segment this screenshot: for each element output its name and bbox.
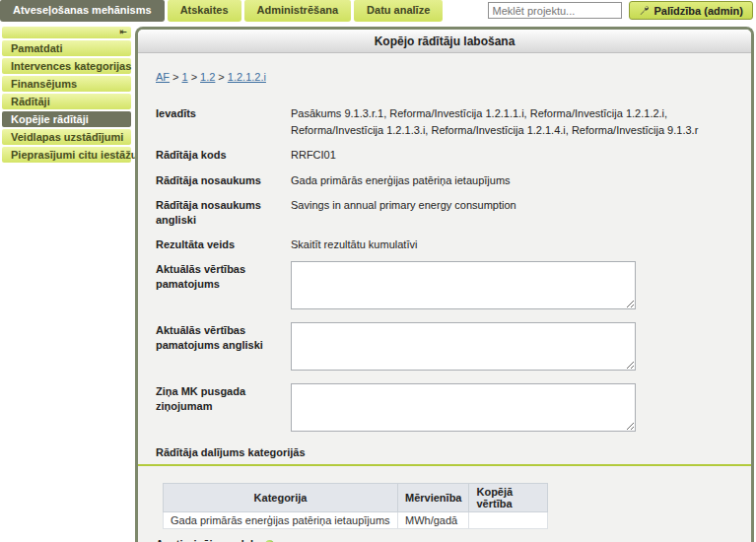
breadcrumb: AF>1>1.2>1.2.1.2.i bbox=[156, 71, 733, 83]
field-label: Aktuālās vērtības pamatojums bbox=[156, 261, 291, 309]
table-header-row: Kategorija Mērvienība Kopējā vērtība bbox=[164, 484, 548, 512]
field-label: Rezultāta veids bbox=[156, 237, 291, 253]
wrench-icon bbox=[639, 5, 650, 16]
breadcrumb-separator: > bbox=[172, 71, 178, 83]
section-divider bbox=[138, 464, 751, 466]
cell-kopeja-vertiba bbox=[469, 512, 548, 529]
field-row-aktualas-vertibas-pamatojums: Aktuālās vērtības pamatojums bbox=[156, 261, 733, 309]
sidebar-item-raditaji[interactable]: Rādītāji bbox=[2, 94, 131, 109]
field-row-ievadits: Ievadīts Pasākums 9.1.3.r.1, Reforma/Inv… bbox=[156, 105, 733, 138]
sidebar-collapse-bar[interactable]: ⇤ bbox=[2, 27, 131, 38]
field-value: Skaitīt rezultātu kumulatīvi bbox=[291, 237, 417, 253]
categories-table: Kategorija Mērvienība Kopējā vērtība Gad… bbox=[163, 483, 548, 529]
field-label: Rādītāja kods bbox=[156, 147, 291, 164]
aktualas-vertibas-pamatojums-angliski-textarea[interactable] bbox=[291, 322, 636, 371]
field-value: RRFCI01 bbox=[291, 147, 336, 164]
breadcrumb-link-1[interactable]: 1 bbox=[182, 71, 188, 83]
field-value: Savings in annual primary energy consump… bbox=[291, 197, 516, 228]
field-label: Rādītāja nosaukums bbox=[156, 172, 291, 189]
main-panel: Kopējo rādītāju labošana AF>1>1.2>1.2.1.… bbox=[135, 27, 754, 542]
column-header-kopeja-vertiba: Kopējā vērtība bbox=[469, 484, 548, 512]
collapse-left-icon: ⇤ bbox=[119, 27, 127, 36]
help-button[interactable]: Palīdzība (admin) bbox=[629, 1, 753, 20]
field-row-raditaja-nosaukums-angliski: Rādītāja nosaukums angliski Savings in a… bbox=[156, 197, 733, 228]
tab-atveselosanas-mehanisms[interactable]: Atveseļošanas mehānisms bbox=[0, 0, 165, 22]
breadcrumb-separator: > bbox=[218, 71, 224, 83]
tab-atskaites[interactable]: Atskaites bbox=[168, 0, 241, 22]
table-row: Gada primārās enerģijas patēriņa ietaupī… bbox=[164, 512, 548, 529]
approval-section-header: Apstiprinājuma daļa bbox=[156, 538, 733, 542]
breadcrumb-link-1-2[interactable]: 1.2 bbox=[200, 71, 215, 83]
field-row-rezultata-veids: Rezultāta veids Skaitīt rezultātu kumula… bbox=[156, 237, 733, 253]
page-title: Kopējo rādītāju labošana bbox=[138, 30, 751, 53]
sidebar-item-veidlapas-uzstadijumi[interactable]: Veidlapas uzstādījumi bbox=[2, 129, 131, 145]
aktualas-vertibas-pamatojums-textarea[interactable] bbox=[291, 261, 636, 309]
zina-mk-pusgada-zinojumam-textarea[interactable] bbox=[291, 383, 636, 432]
field-label: Ziņa MK pusgada ziņojumam bbox=[156, 383, 291, 432]
cell-kategorija: Gada primārās enerģijas patēriņa ietaupī… bbox=[164, 512, 398, 529]
cell-mervieniba: MWh/gadā bbox=[398, 512, 469, 529]
search-input[interactable] bbox=[488, 2, 622, 19]
sidebar-item-finansejums[interactable]: Finansējums bbox=[2, 76, 131, 92]
field-row-raditaja-kods: Rādītāja kods RRFCI01 bbox=[156, 147, 733, 164]
sidebar-item-pieprasijumi-citu-iestazu-is[interactable]: Pieprasījumi citu iestāžu IS bbox=[2, 147, 131, 163]
tab-administresana[interactable]: Administrēšana bbox=[244, 0, 352, 22]
field-row-aktualas-vertibas-pamatojums-angliski: Aktuālās vērtības pamatojums angliski bbox=[156, 322, 733, 371]
field-value: Gada primārās enerģijas patēriņa ietaupī… bbox=[291, 172, 511, 189]
approval-section-label: Apstiprinājuma daļa bbox=[156, 538, 259, 542]
column-header-mervieniba: Mērvienība bbox=[398, 484, 469, 512]
sidebar-item-kopejie-raditaji[interactable]: Kopējie rādītāji bbox=[2, 111, 131, 127]
sidebar: ⇤ Pamatdati Intervences kategorijas Fina… bbox=[2, 27, 131, 165]
breadcrumb-link-af[interactable]: AF bbox=[156, 71, 170, 83]
sidebar-item-intervences-kategorijas[interactable]: Intervences kategorijas bbox=[2, 58, 131, 74]
field-value: Pasākums 9.1.3.r.1, Reforma/Investīcija … bbox=[291, 105, 710, 138]
section-header-raditaja-dalijums: Rādītāja dalījums kategorijās bbox=[156, 446, 733, 458]
field-label: Rādītāja nosaukums angliski bbox=[156, 197, 291, 228]
field-row-raditaja-nosaukums: Rādītāja nosaukums Gada primārās enerģij… bbox=[156, 172, 733, 189]
breadcrumb-separator: > bbox=[191, 71, 197, 83]
help-button-label: Palīdzība (admin) bbox=[654, 5, 743, 17]
breadcrumb-link-1-2-1-2-i[interactable]: 1.2.1.2.i bbox=[228, 71, 266, 83]
panel-body: AF>1>1.2>1.2.1.2.i Ievadīts Pasākums 9.1… bbox=[138, 53, 751, 542]
column-header-kategorija: Kategorija bbox=[164, 484, 398, 512]
topbar-right: Palīdzība (admin) bbox=[488, 1, 753, 20]
sidebar-item-pamatdati[interactable]: Pamatdati bbox=[2, 40, 131, 56]
top-bar: Atveseļošanas mehānisms Atskaites Admini… bbox=[0, 0, 756, 25]
field-label: Ievadīts bbox=[156, 105, 291, 138]
field-label: Aktuālās vērtības pamatojums angliski bbox=[156, 322, 291, 371]
tab-datu-analize[interactable]: Datu analīze bbox=[354, 0, 443, 22]
field-row-zina-mk-pusgada-zinojumam: Ziņa MK pusgada ziņojumam bbox=[156, 383, 733, 432]
